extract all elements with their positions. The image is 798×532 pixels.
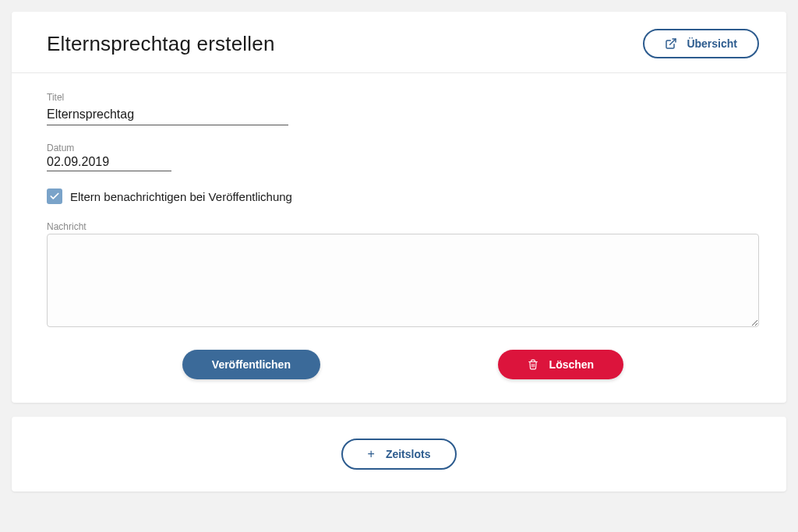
date-label: Datum	[47, 143, 759, 153]
card-body: Titel Datum Eltern b	[12, 73, 786, 403]
timeslots-label: Zeitslots	[386, 448, 431, 460]
overview-label: Übersicht	[687, 37, 737, 50]
delete-button[interactable]: Löschen	[498, 350, 624, 379]
card-header: Elternsprechtag erstellen Übersicht	[12, 12, 786, 73]
main-card: Elternsprechtag erstellen Übersicht Tite…	[12, 12, 786, 403]
notify-label: Eltern benachrichtigen bei Veröffentlich…	[70, 190, 292, 203]
check-icon	[49, 191, 60, 202]
date-input[interactable]	[47, 155, 203, 169]
publish-button[interactable]: Veröffentlichen	[182, 350, 320, 379]
title-field: Titel	[47, 92, 759, 125]
page-title: Elternsprechtag erstellen	[47, 32, 275, 56]
timeslots-button[interactable]: + Zeitslots	[341, 439, 457, 470]
title-label: Titel	[47, 92, 759, 103]
external-link-icon	[665, 37, 677, 50]
action-button-row: Veröffentlichen Löschen	[47, 350, 759, 379]
title-input[interactable]	[47, 104, 288, 125]
message-field: Nachricht	[47, 221, 759, 330]
delete-label: Löschen	[549, 358, 595, 371]
notify-checkbox-row: Eltern benachrichtigen bei Veröffentlich…	[47, 188, 759, 204]
date-field: Datum	[47, 143, 759, 171]
date-input-wrap	[47, 155, 171, 171]
svg-line-0	[670, 39, 676, 44]
timeslots-card: + Zeitslots	[12, 417, 786, 491]
overview-button[interactable]: Übersicht	[643, 29, 759, 58]
trash-icon	[528, 359, 538, 370]
message-textarea[interactable]	[47, 234, 759, 327]
message-label: Nachricht	[47, 221, 759, 232]
plus-icon: +	[368, 447, 375, 461]
notify-checkbox[interactable]	[47, 188, 62, 204]
